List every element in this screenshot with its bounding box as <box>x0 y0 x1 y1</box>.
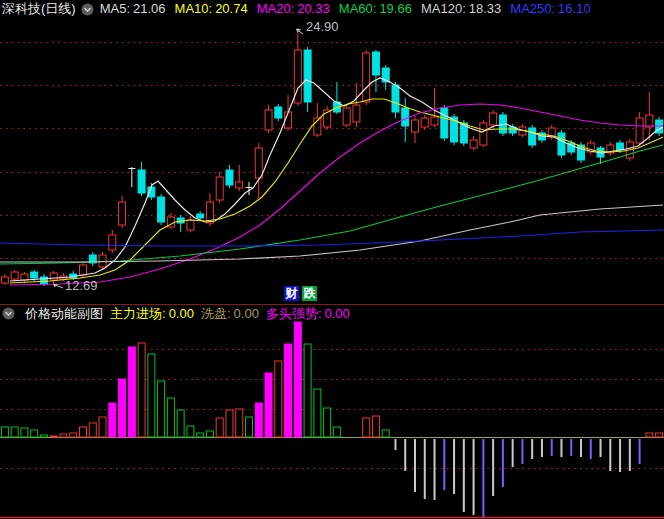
ma5-legend: MA5:21.06 <box>100 1 166 17</box>
ma60-legend: MA60:19.66 <box>339 1 412 17</box>
sub-collapse-button[interactable] <box>2 307 15 320</box>
sub-gridlines <box>0 350 664 469</box>
sub-chart-title: 价格动能副图 <box>25 305 103 322</box>
candlestick-series <box>1 28 662 286</box>
ma10-legend: MA10:20.74 <box>175 1 248 17</box>
sub-chart-header: 价格动能副图 主力进场:0.00 洗盘:0.00 多头强势:0.00 <box>2 305 357 322</box>
main-collapse-button[interactable] <box>81 3 94 16</box>
stock-title: 深科技(日线) <box>2 1 76 17</box>
die-badge: 跌 <box>302 286 317 301</box>
chevron-down-icon <box>81 3 94 16</box>
stock-chart-window: 深科技(日线) MA5:21.06 MA10:20.74 MA20:20.33 … <box>0 0 664 519</box>
price-chart-canvas[interactable] <box>0 0 664 519</box>
ma120-legend: MA120:18.33 <box>421 1 501 17</box>
ma20-legend: MA20:20.33 <box>257 1 330 17</box>
ma-line-ma20 <box>10 104 663 285</box>
low-price-label: 12.69 <box>65 278 98 293</box>
xipan-legend: 洗盘:0.00 <box>201 305 259 322</box>
zhuli-legend: 主力进场:0.00 <box>110 305 194 322</box>
high-price-label: 24.90 <box>306 19 339 34</box>
ma-lines <box>0 78 663 285</box>
ma-line-ma10 <box>10 99 663 283</box>
ma-line-ma60 <box>0 145 663 264</box>
cai-badge: 财 <box>284 286 299 301</box>
main-chart-header: 深科技(日线) MA5:21.06 MA10:20.74 MA20:20.33 … <box>2 1 600 17</box>
chevron-down-icon <box>2 307 15 320</box>
ma-line-ma250 <box>0 230 663 246</box>
ma250-legend: MA250:16.10 <box>510 1 590 17</box>
price-annotation-arrows <box>53 29 303 288</box>
duotou-legend: 多头强势:0.00 <box>266 305 350 322</box>
momentum-bars-below <box>394 439 640 517</box>
